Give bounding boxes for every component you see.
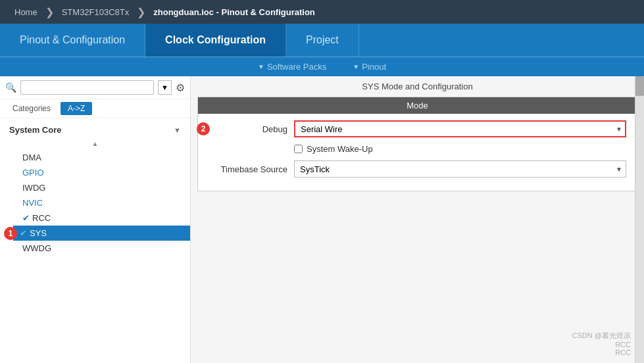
breadcrumb-bar: Home ❯ STM32F103C8Tx ❯ zhongduan.ioc - P… <box>0 0 644 24</box>
chevron-down-icon: ▼ <box>258 63 264 70</box>
rcc-label: RCC <box>32 213 51 223</box>
wwdg-label: WWDG <box>22 243 51 253</box>
chevron-down-icon-2: ▼ <box>353 63 359 70</box>
breadcrumb-arrow-2: ❯ <box>137 6 145 18</box>
group-chevron-icon: ▼ <box>174 126 181 134</box>
sidebar-item-gpio[interactable]: GPIO <box>13 165 190 180</box>
search-dropdown-button[interactable]: ▼ <box>158 80 172 95</box>
pinout-button[interactable]: ▼ Pinout <box>353 62 386 72</box>
tab-bar: Pinout & Configuration Clock Configurati… <box>0 24 644 57</box>
tab-a-to-z[interactable]: A->Z <box>61 102 92 115</box>
software-packs-button[interactable]: ▼ Software Packs <box>258 62 326 72</box>
timebase-label: Timebase Source <box>209 164 287 174</box>
scrollbar-thumb[interactable] <box>635 76 644 96</box>
rcc-check-icon: ✔ <box>22 213 30 223</box>
wakeup-label[interactable]: System Wake-Up <box>307 144 373 154</box>
step1-badge: 1 <box>4 227 17 240</box>
sub-toolbar: ▼ Software Packs ▼ Pinout <box>0 57 644 76</box>
breadcrumb-device[interactable]: STM32F103C8Tx <box>55 0 136 24</box>
sidebar-item-dma[interactable]: DMA <box>13 150 190 165</box>
panel-title: SYS Mode and Configuration <box>191 76 644 97</box>
tab-clock[interactable]: Clock Configuration <box>145 24 286 57</box>
search-bar: 🔍 ▼ ⚙ <box>0 76 190 99</box>
iwdg-label: IWDG <box>22 183 45 193</box>
search-input[interactable] <box>20 80 154 95</box>
scroll-indicator: ▲ <box>0 139 190 150</box>
sidebar-items: DMA GPIO IWDG NVIC ✔ RCC <box>0 150 190 256</box>
sidebar-item-wwdg[interactable]: WWDG <box>13 241 190 256</box>
breadcrumb-home[interactable]: Home <box>8 0 44 24</box>
sidebar-item-iwdg[interactable]: IWDG <box>13 180 190 195</box>
sys-check-icon: ✔ <box>20 228 27 238</box>
group-label: System Core <box>9 125 61 135</box>
gpio-label: GPIO <box>22 168 44 178</box>
debug-label: Debug <box>209 124 287 134</box>
main-content: 🔍 ▼ ⚙ Categories A->Z System Core ▼ ▲ <box>0 76 644 363</box>
sidebar-list: System Core ▼ ▲ DMA GPIO IWDG <box>0 118 190 363</box>
right-panel: SYS Mode and Configuration Mode 2 Debug … <box>191 76 644 363</box>
scroll-up-icon[interactable]: ▲ <box>92 140 99 147</box>
panel-scrollbar[interactable] <box>635 76 644 363</box>
sidebar-item-sys[interactable]: ✔ SYS <box>13 226 190 241</box>
sidebar-item-nvic[interactable]: NVIC <box>13 195 190 210</box>
sidebar-item-rcc[interactable]: ✔ RCC <box>13 210 190 226</box>
debug-row: 2 Debug No Debug Serial Wire JTAG (4 pin… <box>209 120 626 137</box>
timebase-select[interactable]: SysTick TIM1 TIM2 <box>294 160 626 178</box>
breadcrumb-arrow-1: ❯ <box>45 6 54 18</box>
sidebar: 🔍 ▼ ⚙ Categories A->Z System Core ▼ ▲ <box>0 76 191 363</box>
step2-badge: 2 <box>197 122 210 135</box>
debug-select-wrapper: No Debug Serial Wire JTAG (4 pins) JTAG … <box>294 120 626 137</box>
tab-categories[interactable]: Categories <box>5 102 58 115</box>
nvic-label: NVIC <box>22 198 43 208</box>
watermark: CSDN @暮光煜凉 RCC RCC <box>572 331 631 356</box>
search-icon: 🔍 <box>5 82 16 93</box>
sys-label: SYS <box>30 228 47 238</box>
gear-icon[interactable]: ⚙ <box>176 82 185 94</box>
mode-section: Mode 2 Debug No Debug Serial Wire JTAG (… <box>197 97 637 191</box>
filter-tabs: Categories A->Z <box>0 99 190 118</box>
mode-header: Mode <box>198 97 637 114</box>
timebase-row: Timebase Source SysTick TIM1 TIM2 ▼ <box>209 160 626 178</box>
mode-body: 2 Debug No Debug Serial Wire JTAG (4 pin… <box>198 114 637 191</box>
tab-pinout[interactable]: Pinout & Configuration <box>0 24 145 57</box>
timebase-select-wrapper: SysTick TIM1 TIM2 ▼ <box>294 160 626 178</box>
tab-project[interactable]: Project <box>286 24 359 57</box>
wakeup-row: System Wake-Up <box>209 144 626 154</box>
debug-select[interactable]: No Debug Serial Wire JTAG (4 pins) JTAG … <box>294 120 626 137</box>
wakeup-checkbox[interactable] <box>294 145 303 153</box>
breadcrumb-current: zhongduan.ioc - Pinout & Configuration <box>147 0 322 24</box>
sidebar-group-header[interactable]: System Core ▼ <box>0 121 190 139</box>
sidebar-group-system-core: System Core ▼ ▲ DMA GPIO IWDG <box>0 121 190 256</box>
dma-label: DMA <box>22 153 41 162</box>
